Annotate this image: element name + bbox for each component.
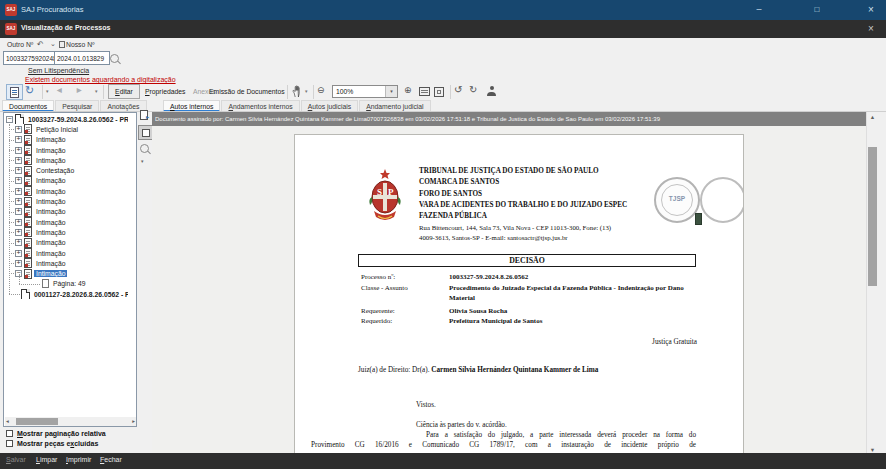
strip-more-icon[interactable]: ▾ xyxy=(141,158,144,164)
tree-item-label[interactable]: 1003327-59.2024.8.26.0562 - PROCES xyxy=(26,116,128,123)
paginacao-checkbox[interactable] xyxy=(6,430,13,437)
hand-tool-dropdown-icon[interactable]: ▾ xyxy=(305,88,308,94)
fit-width-icon[interactable] xyxy=(419,87,430,96)
expand-icon[interactable]: + xyxy=(15,260,22,267)
select-tool-button[interactable] xyxy=(138,125,153,140)
zoom-level-combo[interactable]: 100% ▾ xyxy=(332,85,398,98)
emissao-button[interactable]: Emissão de Documentos xyxy=(209,88,285,95)
tree-item-label[interactable]: Intimação xyxy=(34,147,67,154)
limpar-button[interactable]: Limpar xyxy=(36,456,57,463)
expand-icon[interactable]: + xyxy=(15,239,22,246)
expand-icon[interactable]: + xyxy=(15,167,22,174)
expand-icon[interactable]: + xyxy=(15,147,22,154)
expand-icon[interactable]: + xyxy=(15,198,22,205)
editar-button[interactable]: Editar xyxy=(108,84,140,99)
salvar-button[interactable]: Salvar xyxy=(6,456,26,463)
tree-item-label[interactable]: Intimação xyxy=(34,198,67,205)
rotate-left-icon[interactable]: ↺ xyxy=(454,84,462,95)
tree-item-label[interactable]: 0001127-28.2026.8.26.0562 - PROC xyxy=(32,291,128,298)
excluidas-checkbox-label[interactable]: Mostrar peças excluídas xyxy=(17,440,98,447)
refresh-icon[interactable]: ↻ xyxy=(25,84,34,97)
search-icon[interactable] xyxy=(110,54,119,63)
tree-item-label[interactable]: Intimação xyxy=(34,188,67,195)
forward-icon[interactable]: ► xyxy=(75,85,83,95)
litispendencia-link[interactable]: Sem Litispendência xyxy=(28,67,89,74)
excluidas-checkbox[interactable] xyxy=(6,440,13,447)
expand-icon[interactable]: + xyxy=(15,136,22,143)
scroll-right-icon[interactable]: ▸ xyxy=(132,417,135,426)
imprimir-button[interactable]: Imprimir xyxy=(66,456,91,463)
tree-item[interactable]: +Intimação xyxy=(4,258,128,268)
zoom-in-icon[interactable]: ⊕ xyxy=(404,85,412,95)
tree-item[interactable]: −1003327-59.2024.8.26.0562 - PROCES xyxy=(4,114,128,124)
tree-item-label[interactable]: Página: 49 xyxy=(51,280,88,287)
tree-item[interactable]: +Intimação xyxy=(4,196,128,206)
tree-item[interactable]: +Intimação xyxy=(4,217,128,227)
tree-item[interactable]: 0001127-28.2026.8.26.0562 - PROC xyxy=(4,289,128,299)
fit-page-icon[interactable] xyxy=(434,87,444,97)
expand-icon[interactable]: + xyxy=(15,208,22,215)
tree-item-label[interactable]: Intimação xyxy=(34,177,67,184)
tree-item-label[interactable]: Intimação xyxy=(34,239,67,246)
tree-item-label[interactable]: Intimação xyxy=(34,250,67,257)
tree-item[interactable]: +Intimação xyxy=(4,145,128,155)
back-icon[interactable]: ◄ xyxy=(55,85,63,95)
zoom-combo-dropdown-icon[interactable]: ▾ xyxy=(385,86,397,97)
scroll-up-icon[interactable]: ▲ xyxy=(867,114,878,120)
chevron-down-icon[interactable]: ⌄ xyxy=(50,40,56,48)
tree-item[interactable]: +Intimação xyxy=(4,207,128,217)
tree-item-selected[interactable]: −Intimação xyxy=(4,268,128,278)
paginacao-checkbox-label[interactable]: Mostrar paginação relativa xyxy=(17,430,106,437)
tree-item-label[interactable]: Intimação xyxy=(34,219,67,226)
tree-item[interactable]: +Intimação xyxy=(4,135,128,145)
tree-item-label[interactable]: Intimação xyxy=(34,229,67,236)
close-button[interactable]: × xyxy=(858,0,884,20)
tree-page-item[interactable]: Página: 49 xyxy=(4,279,128,289)
tree-item-label[interactable]: Intimação xyxy=(34,136,67,143)
undo-icon[interactable]: ↶ xyxy=(37,40,44,49)
signature-user-icon[interactable] xyxy=(487,86,496,96)
outro-numero-input[interactable] xyxy=(3,51,57,65)
tree-item[interactable]: +Intimação xyxy=(4,227,128,237)
zoom-out-icon[interactable]: ⊖ xyxy=(317,85,325,95)
forward-history-dropdown-icon[interactable]: ▾ xyxy=(95,88,98,94)
fechar-button[interactable]: Fechar xyxy=(100,456,122,463)
tree-item-label[interactable]: Intimação xyxy=(34,270,67,277)
view-document-button[interactable] xyxy=(6,84,23,100)
rotate-right-icon[interactable]: ↻ xyxy=(469,84,477,95)
dialog-close-button[interactable]: × xyxy=(858,20,884,38)
minimize-button[interactable]: – xyxy=(746,0,772,20)
back-history-dropdown-icon[interactable]: ▾ xyxy=(46,88,49,94)
digitalizacao-link[interactable]: Existem documentos aguardando a digitali… xyxy=(25,76,176,83)
expand-icon[interactable]: + xyxy=(15,250,22,257)
propriedades-button[interactable]: Propriedades xyxy=(145,88,185,95)
expand-icon[interactable]: + xyxy=(15,157,22,164)
zoom-tool-button[interactable] xyxy=(138,142,153,157)
tree-item-label[interactable]: Intimação xyxy=(34,260,67,267)
expand-icon[interactable]: + xyxy=(15,229,22,236)
scroll-left-icon[interactable]: ◂ xyxy=(6,417,9,426)
expand-icon[interactable]: + xyxy=(15,219,22,226)
history-icon[interactable] xyxy=(59,41,65,48)
expand-icon[interactable]: + xyxy=(15,177,22,184)
expand-icon[interactable]: + xyxy=(15,126,22,133)
tree-item[interactable]: +Contestação xyxy=(4,165,128,175)
viewer-scroll-thumb[interactable] xyxy=(868,147,877,286)
nosso-numero-input[interactable] xyxy=(54,51,110,65)
tree-hscrollbar[interactable]: ◂ ▸ xyxy=(5,417,136,426)
viewer-vscrollbar[interactable]: ▲ ▼ xyxy=(866,112,878,455)
expand-icon[interactable]: + xyxy=(15,188,22,195)
collapse-icon[interactable]: − xyxy=(6,116,13,123)
tree-item-label[interactable]: Intimação xyxy=(34,157,67,164)
tree-item[interactable]: +Intimação xyxy=(4,238,128,248)
tree-item[interactable]: +Intimação xyxy=(4,248,128,258)
tree-item[interactable]: +Intimação xyxy=(4,155,128,165)
tree-item[interactable]: +Petição Inicial xyxy=(4,124,128,134)
tree-item-label[interactable]: Intimação xyxy=(34,208,67,215)
tree-hscroll-thumb[interactable] xyxy=(16,418,58,425)
hand-tool-icon[interactable] xyxy=(292,85,303,99)
tree-item[interactable]: +Intimação xyxy=(4,176,128,186)
maximize-button[interactable]: □ xyxy=(804,0,830,20)
open-document-tool-button[interactable]: ▸ xyxy=(138,109,153,124)
tree-item-label[interactable]: Petição Inicial xyxy=(34,126,80,133)
